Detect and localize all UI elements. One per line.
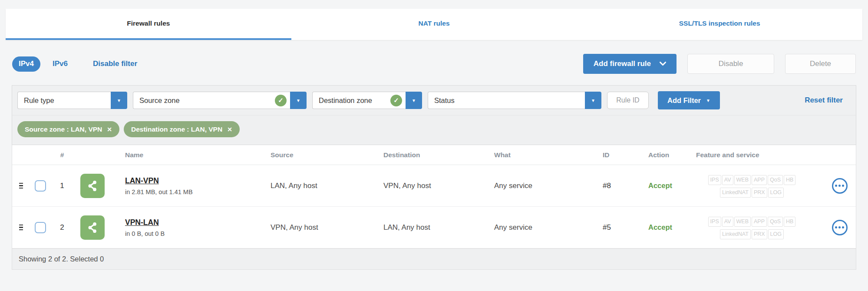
- dropdown-caret-icon[interactable]: ▼: [585, 92, 601, 109]
- feature-badge: LOG: [768, 188, 784, 198]
- filter-chip-destination-zone: Destination zone : LAN, VPN ✕: [124, 121, 240, 137]
- feature-badge: APP: [752, 217, 767, 227]
- tab-nat-rules[interactable]: NAT rules: [291, 9, 577, 40]
- rule-destination: LAN, Any host: [383, 223, 494, 232]
- tab-ssl-tls-inspection-rules[interactable]: SSL/TLS inspection rules: [577, 9, 862, 40]
- chip-label: Destination zone : LAN, VPN: [131, 126, 222, 133]
- rules-tab-bar: Firewall rules NAT rules SSL/TLS inspect…: [6, 9, 862, 40]
- rule-traffic: in 0 B, out 0 B: [125, 230, 271, 237]
- add-firewall-rule-label: Add firewall rule: [594, 60, 651, 68]
- drag-handle[interactable]: [12, 225, 30, 231]
- caret-down-icon: ▼: [706, 98, 710, 103]
- header-what: What: [494, 151, 603, 159]
- feature-badge: HB: [784, 175, 795, 185]
- status-dropdown[interactable]: Status ▼: [428, 92, 601, 109]
- remove-filter-icon[interactable]: ✕: [227, 126, 232, 133]
- feature-badge: PRX: [752, 188, 767, 198]
- firewall-rules-table: # Name Source Destination What ID Action…: [12, 145, 856, 270]
- remove-filter-icon[interactable]: ✕: [107, 126, 112, 133]
- feature-badge: IPS: [708, 175, 721, 185]
- table-footer-status: Showing 2 of 2. Selected 0: [12, 248, 856, 269]
- feature-badge: WEB: [734, 175, 751, 185]
- rule-id: #5: [603, 223, 635, 232]
- toolbar: IPv4 IPv6 Disable filter Add firewall ru…: [12, 54, 856, 74]
- row-number: 1: [51, 182, 73, 190]
- add-firewall-rule-button[interactable]: Add firewall rule: [583, 54, 677, 74]
- table-row: 1 LAN-VPN in 2.81 MB, out 1.41 MB LAN, A…: [12, 165, 856, 207]
- dropdown-label: Status: [434, 96, 455, 105]
- header-action: Action: [635, 151, 692, 159]
- table-header-row: # Name Source Destination What ID Action…: [12, 145, 856, 165]
- row-number: 2: [51, 223, 73, 232]
- chevron-down-icon: [660, 62, 666, 66]
- status-dropdown-value: Status: [428, 92, 585, 109]
- drag-handle-icon: [19, 225, 23, 231]
- filter-panel: Rule type ▼ Source zone ✓ ▼ Destination …: [12, 85, 856, 145]
- feature-badge: PRX: [752, 229, 767, 239]
- reset-filter-link[interactable]: Reset filter: [805, 96, 851, 105]
- feature-badge: QoS: [768, 175, 783, 185]
- feature-badge: LinkedNAT: [720, 229, 751, 239]
- toolbar-actions: Add firewall rule Disable Delete: [583, 54, 856, 74]
- feature-badge: IPS: [708, 217, 721, 227]
- row-actions-ellipsis-icon[interactable]: [832, 178, 848, 194]
- filter-applied-check-icon: ✓: [275, 95, 287, 106]
- rule-name-link[interactable]: VPN-LAN: [125, 218, 271, 227]
- dropdown-caret-icon[interactable]: ▼: [406, 92, 422, 109]
- disable-button[interactable]: Disable: [687, 54, 774, 74]
- header-source: Source: [271, 151, 383, 159]
- dropdown-label: Source zone: [139, 96, 180, 105]
- delete-button[interactable]: Delete: [785, 54, 856, 74]
- feature-badge: WEB: [734, 217, 751, 227]
- rule-features: IPSAVWEBAPPQoSHB LinkedNATPRXLOG: [692, 173, 823, 198]
- ipv4-label: IPv4: [19, 60, 34, 68]
- ipv6-toggle[interactable]: IPv6: [53, 60, 68, 68]
- destination-zone-dropdown-value: Destination zone ✓: [312, 92, 406, 109]
- rule-what: Any service: [494, 182, 603, 190]
- header-destination: Destination: [383, 151, 494, 159]
- add-filter-button[interactable]: Add Filter ▼: [658, 91, 720, 109]
- rule-what: Any service: [494, 223, 603, 232]
- feature-badge: QoS: [768, 217, 783, 227]
- rule-destination: VPN, Any host: [383, 182, 494, 190]
- row-actions-ellipsis-icon[interactable]: [832, 220, 848, 235]
- ipv4-toggle[interactable]: IPv4: [12, 56, 40, 72]
- add-filter-label: Add Filter: [667, 96, 701, 105]
- tab-firewall-rules[interactable]: Firewall rules: [6, 9, 291, 40]
- rule-type-dropdown[interactable]: Rule type ▼: [17, 92, 127, 109]
- rule-type-dropdown-value: Rule type: [17, 92, 111, 109]
- source-zone-dropdown-value: Source zone ✓: [133, 92, 290, 109]
- active-filter-chips: Source zone : LAN, VPN ✕ Destination zon…: [12, 116, 856, 145]
- disable-filter-link[interactable]: Disable filter: [93, 60, 137, 68]
- feature-badge: HB: [784, 217, 795, 227]
- table-row: 2 VPN-LAN in 0 B, out 0 B VPN, Any host …: [12, 207, 856, 248]
- filter-applied-check-icon: ✓: [390, 95, 402, 106]
- row-checkbox[interactable]: [35, 180, 46, 192]
- header-features: Feature and service: [692, 151, 823, 159]
- rule-name-link[interactable]: LAN-VPN: [125, 176, 271, 185]
- rule-traffic: in 2.81 MB, out 1.41 MB: [125, 188, 271, 195]
- drag-handle[interactable]: [12, 183, 30, 189]
- chip-label: Source zone : LAN, VPN: [25, 126, 102, 133]
- rule-type-share-icon: [80, 215, 105, 240]
- dropdown-caret-icon[interactable]: ▼: [290, 92, 307, 109]
- feature-badge: APP: [752, 175, 767, 185]
- dropdown-label: Destination zone: [319, 96, 372, 105]
- rule-source: LAN, Any host: [271, 182, 383, 190]
- rule-id-input[interactable]: [607, 92, 649, 109]
- tab-label: Firewall rules: [127, 20, 170, 27]
- rule-action: Accept: [635, 182, 692, 190]
- header-name: Name: [112, 151, 271, 159]
- feature-badge: LinkedNAT: [720, 188, 751, 198]
- destination-zone-dropdown[interactable]: Destination zone ✓ ▼: [312, 92, 422, 109]
- feature-badge: AV: [722, 217, 733, 227]
- dropdown-caret-icon[interactable]: ▼: [111, 92, 127, 109]
- filter-chip-source-zone: Source zone : LAN, VPN ✕: [17, 121, 119, 137]
- tab-label: NAT rules: [418, 20, 449, 27]
- drag-handle-icon: [19, 183, 23, 189]
- rule-source: VPN, Any host: [271, 223, 383, 232]
- row-checkbox[interactable]: [35, 222, 46, 233]
- source-zone-dropdown[interactable]: Source zone ✓ ▼: [133, 92, 307, 109]
- rule-features: IPSAVWEBAPPQoSHB LinkedNATPRXLOG: [692, 215, 823, 240]
- rule-action: Accept: [635, 223, 692, 231]
